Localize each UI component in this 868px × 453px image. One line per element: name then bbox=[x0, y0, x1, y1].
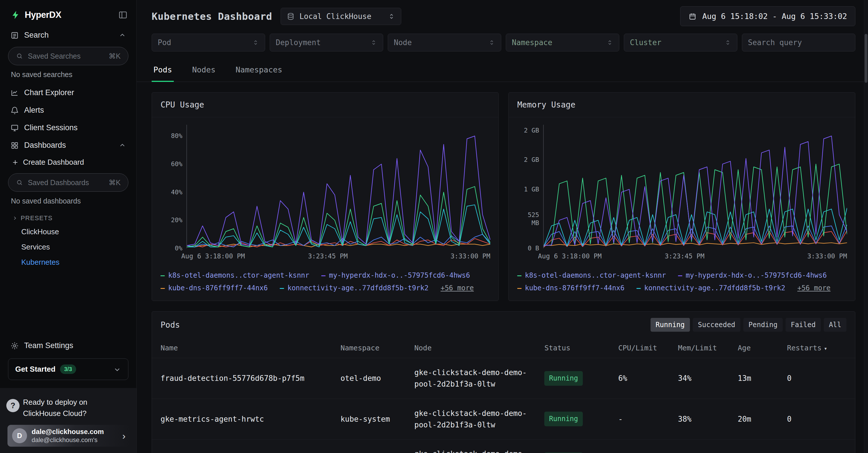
legend-label: k8s-otel-daemons..ctor-agent-ksnnr bbox=[168, 271, 309, 279]
cell-mem: 10% bbox=[672, 440, 732, 453]
tab-nodes[interactable]: Nodes bbox=[190, 58, 217, 82]
status-filter-succeeded[interactable]: Succeeded bbox=[693, 318, 741, 332]
presets-label: PRESETS bbox=[21, 215, 53, 222]
status-filter-pending[interactable]: Pending bbox=[743, 318, 783, 332]
shortcut-badge: ⌘K bbox=[108, 52, 121, 60]
column-header-status[interactable]: Status bbox=[538, 338, 612, 358]
deployment-filter-select[interactable]: Deployment bbox=[270, 34, 383, 52]
sidebar-item-alerts[interactable]: Alerts bbox=[7, 102, 129, 119]
chart-series-line bbox=[187, 187, 490, 247]
cpu-chart-plot[interactable] bbox=[186, 125, 490, 248]
pods-table: Name Namespace Node Status CPU/Limit Mem… bbox=[152, 338, 855, 453]
column-header-name[interactable]: Name bbox=[152, 338, 335, 358]
chevron-right-icon bbox=[12, 215, 18, 221]
table-row[interactable]: fraud-detection-55776d678b-p7f5motel-dem… bbox=[152, 358, 855, 399]
legend-item[interactable]: —kube-dns-876ff9ff7-44nx6 bbox=[517, 284, 624, 292]
chevrons-up-down-icon bbox=[488, 39, 495, 46]
namespace-filter-select[interactable]: Namespace bbox=[506, 34, 619, 52]
column-header-restarts[interactable]: Restarts▾ bbox=[781, 338, 855, 358]
sidebar-item-kubernetes[interactable]: Kubernetes bbox=[7, 255, 129, 270]
legend-item[interactable]: —konnectivity-age..77dfdd8f5b-t9rk2 bbox=[280, 284, 429, 292]
status-filter-failed[interactable]: Failed bbox=[785, 318, 821, 332]
hyperdx-logo[interactable]: HyperDX bbox=[11, 10, 61, 20]
search-icon bbox=[16, 179, 23, 186]
sidebar-item-clickhouse[interactable]: ClickHouse bbox=[7, 224, 129, 239]
legend-item[interactable]: —k8s-otel-daemons..ctor-agent-ksnnr bbox=[161, 271, 309, 279]
legend-item[interactable]: —my-hyperdx-hdx-o..-57975fcd6-4hws6 bbox=[678, 271, 827, 279]
scrollbar[interactable] bbox=[864, 0, 868, 453]
legend-item[interactable]: —konnectivity-age..77dfdd8f5b-t9rk2 bbox=[637, 284, 785, 292]
sidebar-collapse-button[interactable] bbox=[118, 10, 128, 20]
legend-item[interactable]: —kube-dns-876ff9ff7-44nx6 bbox=[161, 284, 268, 292]
table-row[interactable]: gke-metrics-agent-hrwtckube-systemgke-cl… bbox=[152, 399, 855, 440]
tab-pods[interactable]: Pods bbox=[152, 58, 174, 82]
legend-item[interactable]: —my-hyperdx-hdx-o..-57975fcd6-4hws6 bbox=[321, 271, 470, 279]
cell-restarts: 0 bbox=[781, 399, 855, 440]
status-filter-all[interactable]: All bbox=[824, 318, 846, 332]
pod-filter-select[interactable]: Pod bbox=[152, 34, 265, 52]
x-tick-label: Aug 6 3:18:00 PM bbox=[538, 252, 602, 260]
legend-item[interactable]: —k8s-otel-daemons..ctor-agent-ksnnr bbox=[517, 271, 666, 279]
cpu-x-axis: Aug 6 3:18:00 PM3:23:45 PM3:33:00 PM bbox=[186, 251, 490, 263]
memory-chart-plot[interactable] bbox=[543, 125, 847, 248]
time-range-picker[interactable]: Aug 6 15:18:02 - Aug 6 15:33:02 bbox=[680, 6, 855, 26]
get-started-label: Get Started bbox=[15, 365, 56, 374]
legend-label: kube-dns-876ff9ff7-44nx6 bbox=[525, 284, 624, 292]
cell-cpu: 6% bbox=[612, 358, 672, 399]
cell-node: gke-clickstack-demo-demo-pool-2d2b1f3a-0… bbox=[409, 440, 539, 453]
sidebar-item-services[interactable]: Services bbox=[7, 239, 129, 255]
column-header-mem[interactable]: Mem/Limit bbox=[672, 338, 732, 358]
column-header-restarts-label: Restarts bbox=[787, 344, 822, 352]
cell-age: 13m bbox=[732, 358, 781, 399]
sidebar-item-label: Team Settings bbox=[24, 341, 73, 350]
memory-x-axis: Aug 6 3:18:00 PM3:23:45 PM3:33:00 PM bbox=[543, 251, 847, 263]
cpu-chart-legend: —k8s-otel-daemons..ctor-agent-ksnnr—my-h… bbox=[152, 265, 498, 301]
column-header-node[interactable]: Node bbox=[409, 338, 539, 358]
sidebar-item-dashboards[interactable]: Dashboards bbox=[7, 137, 129, 154]
source-select[interactable]: Local ClickHouse bbox=[281, 8, 401, 25]
search-icon bbox=[16, 52, 23, 60]
saved-searches-input[interactable]: Saved Searches ⌘K bbox=[8, 47, 128, 65]
sidebar-item-label: Alerts bbox=[24, 106, 44, 115]
legend-more-link[interactable]: +56 more bbox=[797, 284, 831, 292]
get-started-toggle[interactable]: Get Started 3/3 bbox=[8, 359, 128, 380]
cell-namespace: otel-demo bbox=[335, 358, 408, 399]
scrollbar-thumb[interactable] bbox=[865, 34, 867, 83]
presets-toggle[interactable]: PRESETS bbox=[7, 210, 129, 224]
user-org: dale@clickhouse.com's bbox=[32, 436, 104, 444]
sidebar-item-client-sessions[interactable]: Client Sessions bbox=[7, 119, 129, 137]
cpu-usage-card: CPU Usage 0%20%40%60%80% Aug 6 3:18:00 P… bbox=[152, 92, 499, 301]
status-filter-running[interactable]: Running bbox=[651, 318, 690, 332]
column-header-namespace[interactable]: Namespace bbox=[335, 338, 408, 358]
chevrons-up-down-icon bbox=[606, 39, 613, 46]
help-icon[interactable]: ? bbox=[6, 399, 20, 412]
tab-namespaces[interactable]: Namespaces bbox=[234, 58, 284, 82]
y-tick-label: 40% bbox=[171, 188, 182, 196]
y-tick-label: 0% bbox=[175, 244, 183, 252]
cluster-filter-select[interactable]: Cluster bbox=[624, 34, 737, 52]
y-tick-label: 2 GB bbox=[524, 126, 539, 135]
cell-node: gke-clickstack-demo-demo-pool-2d2b1f3a-0… bbox=[409, 399, 539, 440]
chevrons-up-down-icon bbox=[388, 12, 395, 20]
legend-more-link[interactable]: +56 more bbox=[441, 284, 474, 292]
filter-placeholder: Node bbox=[394, 38, 412, 47]
app-root: HyperDX Search Saved Searches ⌘K bbox=[0, 0, 868, 453]
sidebar-item-team-settings[interactable]: Team Settings bbox=[7, 337, 129, 355]
filter-placeholder: Deployment bbox=[276, 38, 321, 47]
search-query-input[interactable] bbox=[742, 34, 855, 52]
create-dashboard-button[interactable]: Create Dashboard bbox=[7, 154, 129, 170]
saved-dashboards-input[interactable]: Saved Dashboards ⌘K bbox=[8, 173, 128, 192]
main-content: Kubernetes Dashboard Local ClickHouse Au… bbox=[137, 0, 868, 453]
user-menu[interactable]: D dale@clickhouse.com dale@clickhouse.co… bbox=[7, 425, 130, 447]
x-tick-label: Aug 6 3:18:00 PM bbox=[181, 252, 245, 260]
column-header-age[interactable]: Age bbox=[732, 338, 781, 358]
sidebar-item-chart-explorer[interactable]: Chart Explorer bbox=[7, 84, 129, 102]
node-filter-select[interactable]: Node bbox=[388, 34, 501, 52]
cell-mem: 38% bbox=[672, 399, 732, 440]
table-row[interactable]: fluentbit-gke-lggq8kube-systemgke-clicks… bbox=[152, 440, 855, 453]
column-header-cpu[interactable]: CPU/Limit bbox=[612, 338, 672, 358]
memory-y-axis: 0 B525 MB1 GB2 GB2 GB bbox=[512, 125, 543, 248]
sidebar-item-search[interactable]: Search bbox=[7, 26, 129, 44]
time-range-value: Aug 6 15:18:02 - Aug 6 15:33:02 bbox=[702, 12, 847, 21]
cell-namespace: kube-system bbox=[335, 399, 408, 440]
